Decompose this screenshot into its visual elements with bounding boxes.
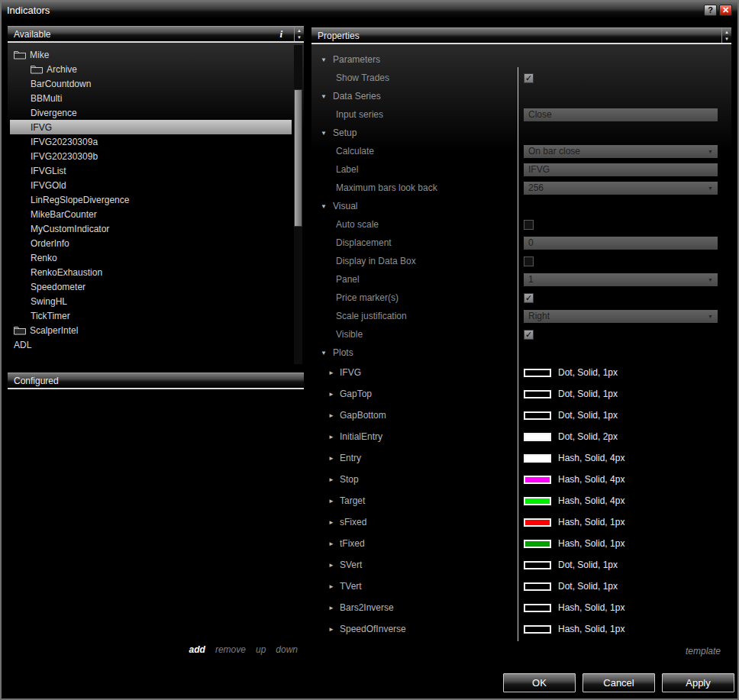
collapse-arrow-icon[interactable]: ▼ bbox=[321, 350, 333, 356]
tree-item-archive[interactable]: Archive bbox=[10, 62, 292, 76]
plot-color-swatch[interactable] bbox=[524, 540, 551, 548]
plot-color-swatch[interactable] bbox=[524, 497, 551, 505]
input-series-input[interactable]: Close bbox=[524, 108, 718, 121]
section-plots[interactable]: ▼Plots bbox=[311, 344, 731, 362]
plot-color-swatch[interactable] bbox=[524, 433, 551, 441]
plot-color-swatch[interactable] bbox=[524, 604, 551, 612]
plot-color-swatch[interactable] bbox=[524, 518, 551, 527]
tree-item-mikebarcounter[interactable]: MikeBarCounter bbox=[10, 207, 292, 221]
scroll-up-icon[interactable]: ▲ bbox=[295, 27, 304, 34]
tree-item-bbmulti[interactable]: BBMulti bbox=[10, 91, 292, 105]
tree-item-ifvg20230309b[interactable]: IFVG20230309b bbox=[10, 149, 292, 163]
section-visual[interactable]: ▼Visual bbox=[311, 197, 731, 215]
tree-item-adl[interactable]: ADL bbox=[10, 337, 292, 352]
close-button[interactable]: ✕ bbox=[719, 5, 732, 16]
tree-item-ifvgold[interactable]: IFVGOld bbox=[10, 178, 292, 192]
collapse-arrow-icon[interactable]: ▼ bbox=[321, 203, 333, 210]
tree-item-speedometer[interactable]: Speedometer bbox=[10, 279, 292, 294]
expand-arrow-icon[interactable]: ► bbox=[328, 412, 340, 419]
tree-item-ifvg20230309a[interactable]: IFVG20230309a bbox=[10, 134, 292, 149]
collapse-arrow-icon[interactable]: ▼ bbox=[321, 56, 333, 63]
available-scrollbar[interactable] bbox=[294, 45, 302, 364]
help-button[interactable]: ? bbox=[704, 5, 717, 16]
price-marker-s-checkbox[interactable]: ✓ bbox=[524, 293, 534, 303]
expand-arrow-icon[interactable]: ► bbox=[328, 369, 340, 376]
scale-justification-dropdown[interactable]: Right▼ bbox=[524, 310, 718, 323]
plot-item-stop[interactable]: ►Stop bbox=[311, 474, 518, 485]
scrollbar-thumb[interactable] bbox=[294, 89, 302, 227]
expand-arrow-icon[interactable]: ► bbox=[328, 519, 340, 526]
plot-item-tfixed[interactable]: ►tFixed bbox=[311, 538, 518, 549]
expand-arrow-icon[interactable]: ► bbox=[328, 434, 340, 440]
plot-item-gapbottom[interactable]: ►GapBottom bbox=[311, 410, 518, 421]
info-icon[interactable]: i bbox=[279, 28, 282, 40]
plot-color-swatch[interactable] bbox=[524, 582, 551, 591]
plot-item-initialentry[interactable]: ►InitialEntry bbox=[311, 431, 518, 442]
scroll-up-icon[interactable]: ▲ bbox=[722, 28, 731, 36]
properties-scroll-arrows[interactable]: ▲ ▼ bbox=[721, 28, 731, 43]
section-data-series[interactable]: ▼Data Series bbox=[311, 87, 731, 105]
plot-item-ifvg[interactable]: ►IFVG bbox=[311, 367, 518, 378]
plot-item-tvert[interactable]: ►TVert bbox=[311, 581, 518, 592]
tree-item-barcountdown[interactable]: BarCountdown bbox=[10, 76, 292, 91]
plot-color-swatch[interactable] bbox=[524, 369, 551, 377]
tree-item-divergence[interactable]: Divergence bbox=[10, 105, 292, 120]
plot-color-swatch[interactable] bbox=[524, 476, 551, 484]
plot-color-swatch[interactable] bbox=[524, 411, 551, 420]
add-button[interactable]: add bbox=[189, 644, 205, 655]
plot-item-gaptop[interactable]: ►GapTop bbox=[311, 389, 518, 399]
collapse-arrow-icon[interactable]: ▼ bbox=[321, 93, 333, 100]
expand-arrow-icon[interactable]: ► bbox=[328, 540, 340, 547]
plot-color-swatch[interactable] bbox=[524, 390, 551, 398]
expand-arrow-icon[interactable]: ► bbox=[328, 455, 340, 462]
remove-button[interactable]: remove bbox=[215, 644, 246, 655]
tree-item-renkoexhaustion[interactable]: RenkoExhaustion bbox=[10, 265, 292, 279]
plot-color-swatch[interactable] bbox=[524, 625, 551, 634]
template-link[interactable]: template bbox=[686, 646, 721, 656]
expand-arrow-icon[interactable]: ► bbox=[328, 583, 340, 590]
tree-item-mike[interactable]: Mike bbox=[10, 47, 292, 62]
displacement-input[interactable]: 0 bbox=[524, 237, 718, 250]
tree-item-ticktimer[interactable]: TickTimer bbox=[10, 308, 292, 323]
tree-item-ifvglist[interactable]: IFVGList bbox=[10, 163, 292, 178]
collapse-arrow-icon[interactable]: ▼ bbox=[321, 130, 333, 137]
tree-item-scalperintel[interactable]: ScalperIntel bbox=[10, 323, 292, 337]
ok-button[interactable]: OK bbox=[503, 673, 576, 692]
plot-item-bars2inverse[interactable]: ►Bars2Inverse bbox=[311, 602, 518, 613]
auto-scale-checkbox[interactable] bbox=[524, 220, 534, 230]
section-parameters[interactable]: ▼Parameters bbox=[311, 50, 731, 69]
apply-button[interactable]: Apply bbox=[662, 673, 734, 692]
tree-item-mycustomindicator[interactable]: MyCustomIndicator bbox=[10, 221, 292, 236]
plot-item-target[interactable]: ►Target bbox=[311, 495, 518, 506]
plot-item-svert[interactable]: ►SVert bbox=[311, 560, 518, 570]
tree-item-renko[interactable]: Renko bbox=[10, 250, 292, 265]
plot-item-entry[interactable]: ►Entry bbox=[311, 453, 518, 463]
expand-arrow-icon[interactable]: ► bbox=[328, 391, 340, 398]
label-input[interactable]: IFVG bbox=[524, 163, 718, 176]
calculate-dropdown[interactable]: On bar close▼ bbox=[524, 145, 718, 158]
tree-item-linregslopedivergence[interactable]: LinRegSlopeDivergence bbox=[10, 192, 292, 207]
display-in-data-box-checkbox[interactable] bbox=[524, 256, 534, 266]
plot-item-sfixed[interactable]: ►sFixed bbox=[311, 517, 518, 527]
scroll-down-icon[interactable]: ▼ bbox=[295, 34, 304, 42]
expand-arrow-icon[interactable]: ► bbox=[328, 605, 340, 611]
plot-item-speedofinverse[interactable]: ►SpeedOfInverse bbox=[311, 624, 518, 634]
section-setup[interactable]: ▼Setup bbox=[311, 124, 731, 142]
visible-checkbox[interactable]: ✓ bbox=[524, 330, 534, 340]
show-trades-checkbox[interactable]: ✓ bbox=[524, 73, 534, 83]
down-button[interactable]: down bbox=[276, 644, 298, 655]
title-bar[interactable]: Indicators ? ✕ bbox=[2, 2, 737, 18]
tree-item-orderinfo[interactable]: OrderInfo bbox=[10, 236, 292, 250]
expand-arrow-icon[interactable]: ► bbox=[328, 562, 340, 569]
plot-color-swatch[interactable] bbox=[524, 561, 551, 569]
cancel-button[interactable]: Cancel bbox=[582, 673, 655, 692]
tree-item-swinghl[interactable]: SwingHL bbox=[10, 294, 292, 308]
maximum-bars-look-back-dropdown[interactable]: 256▼ bbox=[524, 182, 718, 195]
panel-dropdown[interactable]: 1▼ bbox=[524, 273, 718, 286]
plot-color-swatch[interactable] bbox=[524, 454, 551, 463]
scroll-down-icon[interactable]: ▼ bbox=[722, 36, 731, 44]
expand-arrow-icon[interactable]: ► bbox=[328, 498, 340, 505]
up-button[interactable]: up bbox=[256, 644, 266, 655]
tree-item-ifvg[interactable]: IFVG bbox=[10, 120, 292, 134]
expand-arrow-icon[interactable]: ► bbox=[328, 626, 340, 633]
